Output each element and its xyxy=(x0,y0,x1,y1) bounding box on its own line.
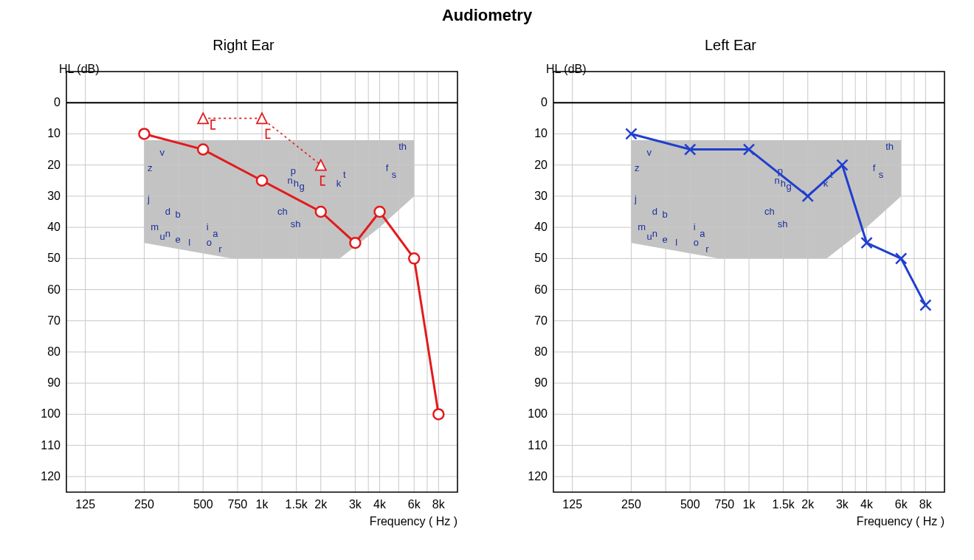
svg-text:60: 60 xyxy=(534,283,548,296)
svg-text:1k: 1k xyxy=(743,498,756,511)
svg-text:250: 250 xyxy=(621,498,641,511)
svg-text:1.5k: 1.5k xyxy=(773,498,795,511)
svg-point-85 xyxy=(139,128,149,139)
svg-text:90: 90 xyxy=(534,376,548,389)
svg-text:i: i xyxy=(207,221,209,232)
svg-point-86 xyxy=(198,145,208,155)
svg-text:60: 60 xyxy=(47,283,61,296)
svg-text:HL (dB): HL (dB) xyxy=(546,63,587,75)
svg-text:f: f xyxy=(386,162,389,173)
svg-text:v: v xyxy=(646,147,652,158)
svg-text:250: 250 xyxy=(134,498,154,511)
svg-text:125: 125 xyxy=(562,498,582,511)
svg-text:20: 20 xyxy=(534,159,548,171)
svg-text:n: n xyxy=(775,175,780,186)
svg-text:4k: 4k xyxy=(373,498,387,511)
svg-text:2k: 2k xyxy=(801,498,815,511)
svg-text:l: l xyxy=(188,237,190,248)
svg-text:1k: 1k xyxy=(256,498,269,511)
svg-text:750: 750 xyxy=(228,498,248,511)
svg-text:b: b xyxy=(175,209,180,220)
svg-text:40: 40 xyxy=(47,221,61,233)
svg-text:110: 110 xyxy=(528,439,548,452)
svg-text:40: 40 xyxy=(534,221,548,233)
svg-text:e: e xyxy=(662,234,667,245)
svg-text:30: 30 xyxy=(534,190,548,202)
svg-point-90 xyxy=(375,207,385,217)
svg-text:30: 30 xyxy=(47,190,61,202)
svg-text:e: e xyxy=(175,234,180,245)
svg-text:100: 100 xyxy=(41,407,61,420)
svg-text:h: h xyxy=(781,178,786,189)
right-ear-title: Right Ear xyxy=(15,37,472,54)
svg-text:i: i xyxy=(694,221,696,232)
svg-text:Frequency  (  Hz  ): Frequency ( Hz ) xyxy=(370,515,457,528)
svg-marker-93 xyxy=(198,113,208,123)
svg-text:ch: ch xyxy=(277,206,288,217)
svg-text:n: n xyxy=(165,228,170,239)
page-title: Audiometry xyxy=(0,6,974,25)
left-ear-title: Left Ear xyxy=(502,37,959,54)
svg-point-89 xyxy=(350,238,360,248)
svg-text:120: 120 xyxy=(528,470,548,483)
svg-text:80: 80 xyxy=(47,345,61,358)
svg-text:j: j xyxy=(147,193,150,204)
svg-text:500: 500 xyxy=(193,498,213,511)
svg-text:HL (dB): HL (dB) xyxy=(59,63,100,75)
svg-text:100: 100 xyxy=(528,407,548,420)
svg-text:r: r xyxy=(218,243,222,255)
svg-marker-0 xyxy=(144,140,414,258)
svg-text:u: u xyxy=(646,231,652,242)
svg-text:n: n xyxy=(288,175,293,186)
svg-text:110: 110 xyxy=(41,439,61,452)
svg-text:j: j xyxy=(634,193,637,204)
right-audiogram: 0102030405060708090100110120HL (dB)12525… xyxy=(15,57,472,544)
right-ear-panel: Right Ear 0102030405060708090100110120HL… xyxy=(15,37,472,560)
svg-text:a: a xyxy=(700,228,705,239)
svg-text:50: 50 xyxy=(534,252,548,264)
svg-text:t: t xyxy=(343,169,346,180)
svg-text:ch: ch xyxy=(764,206,775,217)
svg-text:d: d xyxy=(165,206,170,217)
svg-point-87 xyxy=(257,176,267,186)
svg-text:1.5k: 1.5k xyxy=(286,498,308,511)
left-audiogram: 0102030405060708090100110120HL (dB)12525… xyxy=(502,57,959,544)
svg-point-92 xyxy=(433,409,443,419)
svg-text:4k: 4k xyxy=(860,498,874,511)
svg-text:th: th xyxy=(885,141,894,152)
svg-text:z: z xyxy=(148,162,153,173)
svg-text:10: 10 xyxy=(47,127,61,139)
svg-text:h: h xyxy=(294,178,299,189)
svg-text:b: b xyxy=(662,209,667,220)
svg-text:8k: 8k xyxy=(919,498,933,511)
svg-text:10: 10 xyxy=(534,127,548,139)
svg-text:n: n xyxy=(652,228,657,239)
svg-text:70: 70 xyxy=(534,314,548,327)
svg-text:sh: sh xyxy=(778,218,788,229)
svg-text:m: m xyxy=(151,221,159,232)
svg-text:f: f xyxy=(873,162,876,173)
left-ear-panel: Left Ear 0102030405060708090100110120HL … xyxy=(502,37,959,560)
svg-point-91 xyxy=(409,253,419,263)
svg-text:r: r xyxy=(705,243,709,255)
svg-marker-96 xyxy=(631,140,901,258)
svg-text:d: d xyxy=(652,206,657,217)
svg-text:20: 20 xyxy=(47,159,61,171)
svg-marker-94 xyxy=(257,113,267,123)
svg-text:Frequency  (  Hz  ): Frequency ( Hz ) xyxy=(857,515,944,528)
svg-text:90: 90 xyxy=(47,376,61,389)
svg-text:0: 0 xyxy=(54,96,61,108)
svg-text:s: s xyxy=(879,169,884,180)
svg-text:s: s xyxy=(392,169,397,180)
svg-text:750: 750 xyxy=(715,498,735,511)
svg-text:80: 80 xyxy=(534,345,548,358)
svg-text:70: 70 xyxy=(47,314,61,327)
svg-text:125: 125 xyxy=(75,498,95,511)
svg-text:120: 120 xyxy=(41,470,61,483)
svg-text:0: 0 xyxy=(541,96,548,108)
svg-text:a: a xyxy=(213,228,218,239)
svg-text:6k: 6k xyxy=(408,498,421,511)
svg-text:k: k xyxy=(336,178,342,189)
svg-text:v: v xyxy=(159,147,165,158)
svg-text:o: o xyxy=(694,237,699,248)
